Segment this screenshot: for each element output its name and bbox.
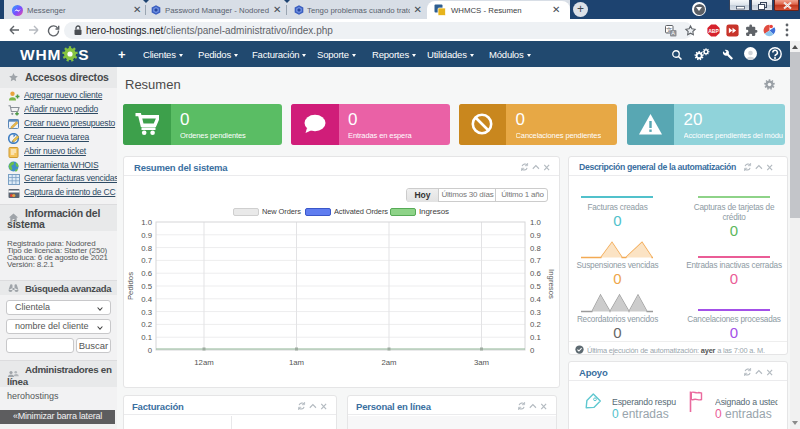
svg-text:0.2: 0.2 <box>141 320 152 329</box>
svg-text:0.4: 0.4 <box>141 295 153 304</box>
svg-text:1am: 1am <box>289 358 304 367</box>
svg-text:0.6: 0.6 <box>530 269 541 278</box>
svg-text:3am: 3am <box>474 358 489 367</box>
svg-text:0.8: 0.8 <box>530 244 541 253</box>
svg-text:0.9: 0.9 <box>530 231 541 240</box>
svg-text:Pedidos: Pedidos <box>126 272 135 300</box>
svg-text:12am: 12am <box>194 358 214 367</box>
svg-text:2am: 2am <box>381 358 396 367</box>
svg-text:Ingresos: Ingresos <box>547 269 556 299</box>
svg-text:0.4: 0.4 <box>530 295 542 304</box>
svg-text:0.2: 0.2 <box>530 320 541 329</box>
svg-text:ABP: ABP <box>708 28 719 34</box>
svg-text:A: A <box>671 30 675 36</box>
svg-text:0.8: 0.8 <box>141 244 152 253</box>
svg-text:0.5: 0.5 <box>530 282 542 291</box>
svg-text:0.1: 0.1 <box>141 333 152 342</box>
svg-text:0.7: 0.7 <box>141 256 152 265</box>
svg-text:0.1: 0.1 <box>530 333 541 342</box>
svg-text:0.5: 0.5 <box>141 282 153 291</box>
svg-text:0: 0 <box>148 346 153 355</box>
svg-text:0: 0 <box>530 346 535 355</box>
svg-text:0.9: 0.9 <box>141 231 152 240</box>
svg-text:0.3: 0.3 <box>530 308 541 317</box>
svg-text:0.6: 0.6 <box>141 269 152 278</box>
svg-text:1.0: 1.0 <box>141 218 153 227</box>
svg-text:0.3: 0.3 <box>141 308 152 317</box>
svg-text:1.0: 1.0 <box>530 218 542 227</box>
svg-text:0.7: 0.7 <box>530 256 541 265</box>
